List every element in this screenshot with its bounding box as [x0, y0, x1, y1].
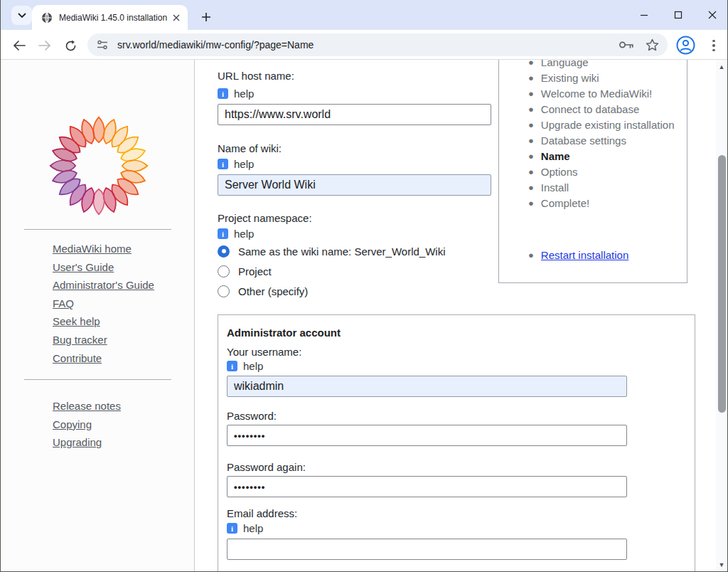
- sidebar-item: MediaWiki home: [53, 243, 154, 261]
- bullet: ●: [528, 166, 534, 177]
- sidebar-link-bug-tracker[interactable]: Bug tracker: [53, 334, 107, 346]
- step-label: Language: [541, 60, 589, 68]
- project-namespace-help[interactable]: i help: [218, 228, 254, 240]
- sidebar: MediaWiki homeUser's GuideAdministrator'…: [1, 60, 195, 572]
- browser-menu-icon[interactable]: [707, 36, 720, 55]
- step-label: Upgrade existing installation: [541, 119, 675, 131]
- minimize-button[interactable]: [635, 6, 653, 24]
- radio-label: Same as the wiki name: Server_World_Wiki: [238, 245, 446, 258]
- sidebar-link-release-notes[interactable]: Release notes: [53, 400, 121, 412]
- email-input[interactable]: [227, 539, 627, 560]
- radio-unselected[interactable]: [218, 265, 230, 277]
- sidebar-link-contribute[interactable]: Contribute: [53, 352, 102, 364]
- info-icon: i: [218, 228, 228, 239]
- step-connect-to-database: ●Connect to database: [499, 101, 687, 117]
- step-existing-wiki: ●Existing wiki: [499, 70, 687, 85]
- password-key-icon[interactable]: [619, 40, 634, 50]
- tab-close-icon[interactable]: [170, 11, 182, 23]
- scrollbar-thumb[interactable]: [718, 155, 726, 413]
- reload-button[interactable]: [61, 36, 80, 55]
- page-content: MediaWiki homeUser's GuideAdministrator'…: [1, 60, 727, 572]
- step-label: Welcome to MediaWiki!: [541, 88, 652, 100]
- steps-list: ●Language●Existing wiki●Welcome to Media…: [499, 60, 687, 211]
- scroll-down-icon[interactable]: ▼: [716, 559, 727, 571]
- info-icon: i: [227, 361, 237, 371]
- bullet: ●: [528, 250, 534, 260]
- bullet: ●: [528, 120, 534, 130]
- sidebar-item: User's Guide: [53, 261, 154, 280]
- new-tab-button[interactable]: [197, 8, 215, 26]
- wiki-name-input[interactable]: [218, 174, 491, 196]
- page-scrollbar[interactable]: ▲ ▼: [716, 60, 727, 572]
- sidebar-item: Release notes: [53, 400, 121, 418]
- profile-avatar-icon[interactable]: [676, 36, 695, 55]
- restart-row: ● Restart installation: [528, 249, 628, 261]
- namespace-option[interactable]: Project: [218, 263, 272, 279]
- password-input[interactable]: [227, 425, 627, 446]
- radio-unselected[interactable]: [218, 285, 230, 297]
- password-label: Password:: [227, 410, 277, 422]
- step-database-settings: ●Database settings: [499, 132, 687, 148]
- sidebar-nav-secondary: Release notesCopyingUpgrading: [53, 400, 121, 455]
- namespace-option[interactable]: Same as the wiki name: Server_World_Wiki: [218, 243, 446, 259]
- email-label: Email address:: [227, 507, 297, 519]
- scroll-up-icon[interactable]: ▲: [716, 61, 727, 73]
- back-button[interactable]: [10, 36, 28, 55]
- password-again-input[interactable]: [227, 476, 627, 497]
- url-text[interactable]: srv.world/mediawiki/mw-config/?page=Name: [117, 39, 619, 51]
- sidebar-link-mediawiki-home[interactable]: MediaWiki home: [53, 243, 132, 255]
- sidebar-link-administrator-s-guide[interactable]: Administrator's Guide: [53, 279, 154, 291]
- url-host-input[interactable]: [218, 104, 491, 125]
- maximize-button[interactable]: [669, 6, 687, 24]
- close-window-button[interactable]: [703, 6, 722, 24]
- info-icon: i: [218, 88, 228, 99]
- site-info-icon[interactable]: [96, 40, 109, 50]
- sidebar-link-upgrading[interactable]: Upgrading: [53, 436, 102, 448]
- sidebar-nav-primary: MediaWiki homeUser's GuideAdministrator'…: [53, 243, 154, 370]
- username-help[interactable]: i help: [227, 360, 263, 372]
- step-label: Connect to database: [541, 103, 639, 115]
- email-help[interactable]: i help: [227, 522, 263, 534]
- browser-tab[interactable]: MediaWiki 1.45.0 installation: [32, 5, 188, 30]
- info-icon: i: [218, 159, 228, 169]
- radio-label: Project: [238, 265, 272, 277]
- sidebar-link-copying[interactable]: Copying: [53, 418, 92, 430]
- help-label[interactable]: help: [243, 360, 263, 372]
- sidebar-item: Contribute: [53, 352, 154, 371]
- username-label: Your username:: [227, 346, 301, 358]
- namespace-option[interactable]: Other (specify): [218, 283, 308, 299]
- tab-search-button[interactable]: [11, 6, 32, 25]
- restart-installation-link[interactable]: Restart installation: [541, 249, 628, 261]
- step-label: Install: [541, 181, 569, 194]
- sidebar-item: Upgrading: [53, 436, 121, 455]
- radio-selected[interactable]: [218, 245, 230, 258]
- sidebar-link-seek-help[interactable]: Seek help: [53, 315, 100, 327]
- tab-strip: MediaWiki 1.45.0 installation: [1, 0, 727, 30]
- address-bar[interactable]: srv.world/mediawiki/mw-config/?page=Name: [87, 33, 668, 56]
- sidebar-link-user-s-guide[interactable]: User's Guide: [53, 261, 114, 273]
- bullet: ●: [528, 60, 534, 68]
- bullet: ●: [528, 151, 534, 161]
- installation-steps-panel: ●Language●Existing wiki●Welcome to Media…: [498, 60, 687, 283]
- wiki-name-label: Name of wiki:: [218, 142, 282, 154]
- window-controls: [635, 0, 722, 30]
- bullet: ●: [528, 198, 534, 208]
- step-label: Options: [541, 166, 578, 178]
- forward-button[interactable]: [36, 36, 54, 55]
- sidebar-link-faq[interactable]: FAQ: [53, 297, 74, 309]
- mediawiki-logo: [46, 113, 151, 218]
- sidebar-item: Seek help: [53, 315, 154, 334]
- browser-window: MediaWiki 1.45.0 installation: [0, 0, 728, 572]
- step-label: Existing wiki: [541, 72, 599, 84]
- step-name: ●Name: [499, 148, 687, 164]
- step-upgrade-existing-installation: ●Upgrade existing installation: [499, 117, 687, 132]
- help-label[interactable]: help: [234, 228, 254, 240]
- wiki-name-help[interactable]: i help: [218, 158, 254, 170]
- url-host-help[interactable]: i help: [218, 88, 254, 100]
- bookmark-star-icon[interactable]: [646, 38, 659, 51]
- step-label: Complete!: [541, 197, 589, 209]
- help-label[interactable]: help: [234, 158, 254, 170]
- username-input[interactable]: [227, 376, 627, 397]
- help-label[interactable]: help: [243, 522, 263, 534]
- help-label[interactable]: help: [234, 88, 254, 100]
